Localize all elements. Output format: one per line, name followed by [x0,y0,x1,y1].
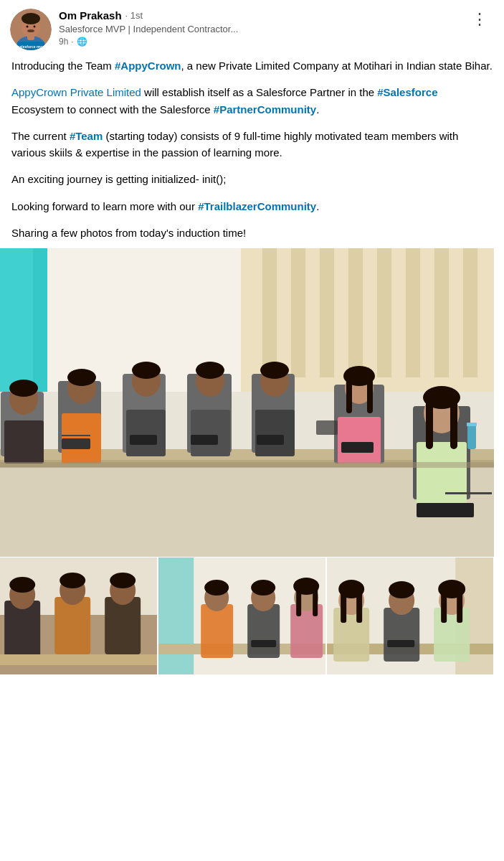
svg-point-41 [132,362,161,379]
avatar[interactable]: salesforce mvp [10,9,52,50]
text-period-2: . [316,200,319,212]
svg-rect-14 [0,248,33,392]
text-period-1: . [316,103,319,116]
svg-rect-110 [384,608,419,662]
svg-point-80 [60,573,85,588]
svg-rect-17 [291,248,305,377]
hashtag-trailblazer[interactable]: #TrailblazerCommunity [198,200,316,212]
svg-rect-95 [290,604,323,658]
svg-rect-49 [255,410,295,456]
svg-rect-109 [356,591,362,623]
svg-rect-67 [445,492,492,494]
hashtag-salesforce[interactable]: #Salesforce [377,86,437,98]
svg-rect-113 [434,608,470,662]
svg-rect-42 [130,435,157,445]
svg-rect-108 [341,591,346,623]
globe-icon: 🌐 [77,37,87,47]
hashtag-partner-community[interactable]: #PartnerCommunity [214,103,316,116]
svg-point-91 [204,580,229,596]
paragraph-1: Introducing the Team #AppyCrown, a new P… [11,57,493,74]
svg-point-112 [389,581,414,598]
svg-rect-87 [158,557,194,675]
text-establish: will establish itself as a Salesforce Pa… [141,86,377,98]
svg-point-77 [9,577,35,593]
svg-rect-89 [201,604,233,658]
dot-separator: · [71,37,73,47]
paragraph-4: An exciting journey is getting initializ… [11,171,493,187]
svg-rect-105 [333,608,369,662]
svg-rect-65 [450,399,457,449]
svg-point-5 [22,13,40,24]
svg-rect-16 [262,248,277,377]
svg-rect-39 [126,410,166,456]
svg-rect-44 [191,410,230,456]
thumbnail-1[interactable] [0,557,158,675]
svg-rect-37 [62,435,90,436]
svg-rect-71 [0,462,494,468]
hashtag-team[interactable]: #Team [70,130,103,142]
svg-rect-99 [313,588,318,616]
svg-rect-81 [105,597,141,654]
svg-point-51 [260,362,289,379]
svg-rect-23 [463,248,477,377]
svg-rect-117 [457,591,462,623]
svg-rect-19 [348,248,363,377]
svg-rect-54 [338,417,381,464]
text-looking: Looking forward to learn more with our [11,200,198,212]
svg-rect-59 [341,442,374,453]
text-company: , a new Private Limited Company at Motih… [181,60,493,72]
author-name-row: Om Prakash · 1st [59,9,238,23]
svg-rect-70 [467,423,477,426]
author-subtitle: Salesforce MVP | Independent Contractor.… [59,24,238,36]
svg-rect-47 [191,435,218,445]
post-time: 9h [59,37,68,47]
text-ecosystem: Ecosystem to connect with the Salesforce [11,103,214,116]
svg-rect-22 [434,248,449,377]
svg-point-31 [9,380,38,397]
svg-rect-66 [417,503,474,517]
svg-text:salesforce mvp: salesforce mvp [18,44,44,49]
svg-rect-58 [367,377,373,413]
post-meta: 9h · 🌐 [59,37,238,47]
author-name[interactable]: Om Prakash [59,9,122,23]
thumbnail-row [0,557,494,675]
post-images [0,248,494,675]
link-appycrown[interactable]: AppyCrown Private Limited [11,86,141,98]
svg-point-8 [27,29,34,32]
svg-rect-61 [417,442,467,507]
svg-rect-118 [387,640,414,647]
more-options-button[interactable]: ⋮ [466,9,494,30]
post-header: salesforce mvp Om Prakash · 1st Salesfor… [10,9,494,50]
thumbnail-2[interactable] [158,557,325,675]
thumbnail-3[interactable] [326,557,494,675]
svg-rect-116 [441,591,447,623]
svg-rect-92 [247,604,280,658]
svg-rect-98 [296,588,301,616]
svg-rect-69 [467,424,476,449]
svg-rect-57 [346,377,352,413]
svg-point-83 [110,573,135,588]
text-current: The current [11,130,70,142]
svg-point-7 [34,26,36,28]
svg-rect-64 [426,399,433,449]
post-header-left: salesforce mvp Om Prakash · 1st Salesfor… [10,9,238,50]
svg-rect-20 [377,248,391,377]
author-info: Om Prakash · 1st Salesforce MVP | Indepe… [59,9,238,47]
connection-degree: · 1st [125,10,143,21]
svg-point-46 [196,362,224,379]
text-exciting: An exciting journey is getting initializ… [11,173,226,185]
svg-rect-68 [316,420,338,435]
paragraph-6: Sharing a few photos from today's induct… [11,225,493,241]
svg-rect-100 [251,640,276,647]
svg-rect-84 [0,654,157,665]
svg-rect-29 [4,420,44,464]
text-sharing: Sharing a few photos from today's induct… [11,227,246,239]
hashtag-appycrown[interactable]: #AppyCrown [115,60,181,72]
post-container: salesforce mvp Om Prakash · 1st Salesfor… [0,0,504,241]
main-photo[interactable] [0,248,494,557]
svg-point-35 [67,369,96,386]
svg-rect-18 [320,248,334,377]
text-introducing: Introducing the Team [11,60,115,72]
paragraph-3: The current #Team (starting today) consi… [11,128,493,161]
paragraph-5: Looking forward to learn more with our #… [11,198,493,215]
